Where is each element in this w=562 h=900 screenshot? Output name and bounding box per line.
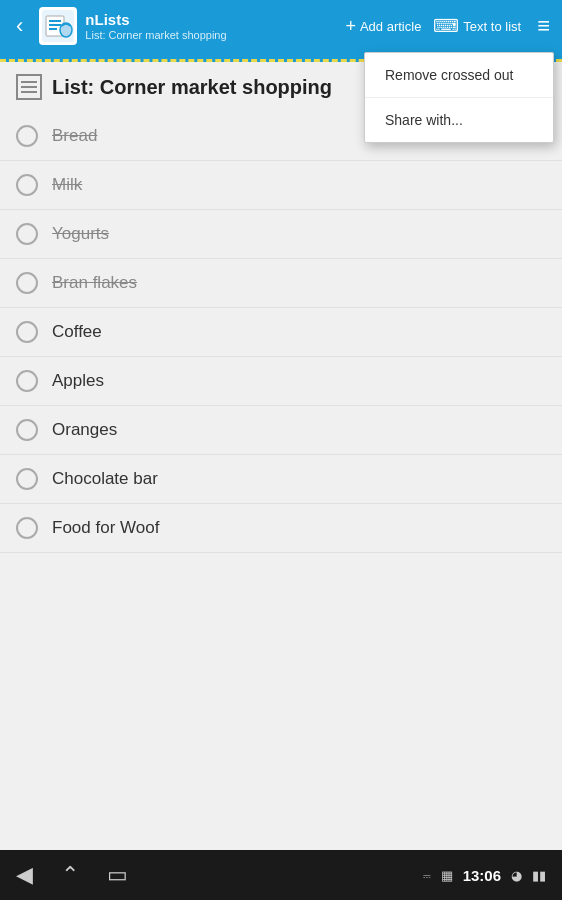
list-title: List: Corner market shopping	[52, 76, 332, 99]
back-nav-button[interactable]: ◀	[16, 862, 33, 888]
app-subtitle: List: Corner market shopping	[85, 29, 345, 41]
time-display: 13:06	[463, 867, 501, 884]
back-button[interactable]: ‹	[8, 9, 31, 43]
app-icon	[39, 7, 77, 45]
sim-icon: ▦	[441, 868, 453, 883]
usb-icon: ⎓	[423, 868, 431, 883]
item-label: Oranges	[52, 420, 117, 440]
list-item[interactable]: Food for Woof	[0, 504, 562, 553]
list-item[interactable]: Yogurts	[0, 210, 562, 259]
bottom-status-right: ⎓ ▦ 13:06 ◕ ▮▮	[423, 867, 546, 884]
list-item[interactable]: Chocolate bar	[0, 455, 562, 504]
top-bar-actions: + Add article ⌨ Text to list ≡	[345, 13, 554, 39]
item-label: Food for Woof	[52, 518, 159, 538]
recents-nav-button[interactable]: ▭	[107, 862, 128, 888]
bottom-nav-left: ◀ ⌃ ▭	[16, 862, 128, 888]
app-name: nLists	[85, 11, 345, 29]
item-circle	[16, 468, 38, 490]
item-circle	[16, 419, 38, 441]
list-header-icon	[16, 74, 42, 100]
item-circle	[16, 517, 38, 539]
item-circle	[16, 223, 38, 245]
item-label: Apples	[52, 371, 104, 391]
home-nav-button[interactable]: ⌃	[61, 862, 79, 888]
item-circle	[16, 321, 38, 343]
list-item[interactable]: Coffee	[0, 308, 562, 357]
text-icon: ⌨	[433, 15, 459, 37]
share-with-item[interactable]: Share with...	[365, 98, 553, 142]
remove-crossed-out-item[interactable]: Remove crossed out	[365, 53, 553, 98]
item-label: Bran flakes	[52, 273, 137, 293]
dropdown-menu: Remove crossed out Share with...	[364, 52, 554, 143]
list-item[interactable]: Milk	[0, 161, 562, 210]
item-label: Bread	[52, 126, 97, 146]
list-item[interactable]: Oranges	[0, 406, 562, 455]
list-item[interactable]: Bran flakes	[0, 259, 562, 308]
item-label: Coffee	[52, 322, 102, 342]
list-container: BreadMilkYogurtsBran flakesCoffeeApplesO…	[0, 112, 562, 553]
item-circle	[16, 125, 38, 147]
text-to-list-button[interactable]: ⌨ Text to list	[433, 15, 521, 37]
add-article-button[interactable]: + Add article	[345, 16, 421, 37]
item-circle	[16, 174, 38, 196]
svg-point-5	[60, 23, 72, 37]
add-icon: +	[345, 16, 356, 37]
text-to-list-label: Text to list	[463, 19, 521, 34]
list-item[interactable]: Apples	[0, 357, 562, 406]
bottom-bar: ◀ ⌃ ▭ ⎓ ▦ 13:06 ◕ ▮▮	[0, 850, 562, 900]
item-label: Chocolate bar	[52, 469, 158, 489]
battery-icon: ▮▮	[532, 868, 546, 883]
item-circle	[16, 370, 38, 392]
wifi-icon: ◕	[511, 868, 522, 883]
item-label: Milk	[52, 175, 82, 195]
overflow-menu-button[interactable]: ≡	[533, 13, 554, 39]
item-label: Yogurts	[52, 224, 109, 244]
add-article-label: Add article	[360, 19, 421, 34]
top-bar: ‹ nLists List: Corner market shopping + …	[0, 0, 562, 52]
top-bar-titles: nLists List: Corner market shopping	[85, 11, 345, 41]
item-circle	[16, 272, 38, 294]
